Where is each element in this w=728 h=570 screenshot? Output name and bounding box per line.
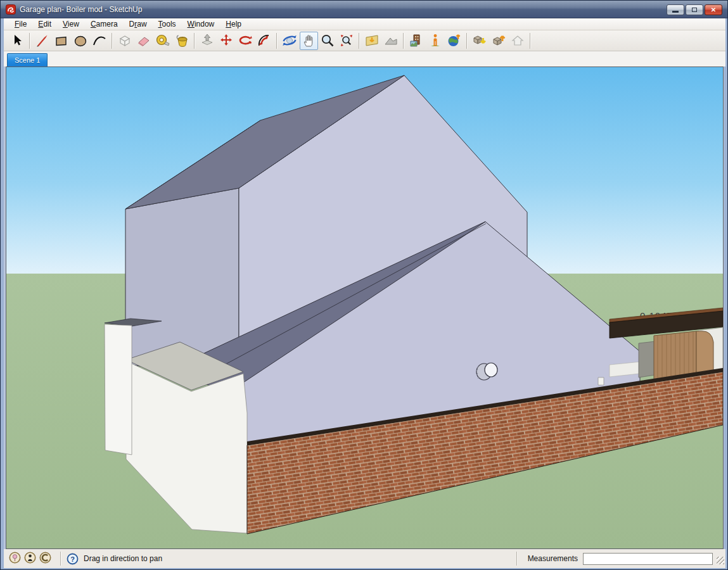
- scene-tab-row: Scene 1: [4, 51, 725, 66]
- title-bar[interactable]: Garage plan- Boiler mod - SketchUp ✕: [1, 1, 727, 18]
- select-icon: [10, 33, 25, 48]
- close-icon: ✕: [711, 6, 716, 13]
- attribution-person-button[interactable]: [24, 552, 36, 566]
- claim-credit-icon: [39, 552, 51, 564]
- tape-measure-icon: [155, 33, 170, 48]
- preview-google-earth-icon: [447, 33, 462, 48]
- svg-text:?: ?: [70, 555, 75, 562]
- orbit-icon: [282, 33, 297, 48]
- model-viewport[interactable]: 0.1047m: [6, 66, 724, 549]
- menu-file[interactable]: File: [9, 19, 32, 29]
- measurements-input[interactable]: [583, 553, 713, 565]
- offset-icon: [257, 33, 272, 48]
- eraser-tool-button[interactable]: [135, 32, 153, 50]
- menu-camera[interactable]: Camera: [85, 19, 124, 29]
- toggle-terrain-icon: [383, 33, 399, 48]
- get-models-icon: [472, 33, 487, 48]
- window-border-left: [1, 18, 4, 568]
- toolbar-separator: [112, 33, 113, 49]
- orbit-tool-button[interactable]: [281, 32, 299, 50]
- menu-draw[interactable]: Draw: [124, 19, 153, 29]
- menu-tools[interactable]: Tools: [153, 19, 182, 29]
- push-pull-icon: [200, 33, 215, 48]
- toolbar-separator: [276, 33, 278, 49]
- add-location-tool-button[interactable]: [363, 32, 381, 50]
- make-component-icon: [117, 33, 132, 48]
- scene-tab-label: Scene 1: [15, 56, 40, 64]
- help-icon: ?: [67, 553, 79, 565]
- measurements-separator: [516, 552, 518, 566]
- toolbar-separator: [403, 33, 404, 49]
- tape-measure-tool-button[interactable]: [154, 32, 172, 50]
- preview-google-earth-tool-button[interactable]: [445, 32, 464, 50]
- column-front: [105, 324, 132, 455]
- circle-icon: [73, 33, 88, 48]
- move-icon: [219, 33, 234, 48]
- attribution-person-icon: [24, 552, 36, 564]
- menu-edit[interactable]: Edit: [32, 19, 57, 29]
- pan-tool-button[interactable]: [300, 32, 318, 50]
- make-component-tool-button[interactable]: [116, 32, 134, 50]
- maximize-button[interactable]: [686, 4, 703, 15]
- walk-person-tool-button[interactable]: [426, 32, 445, 50]
- arc-icon: [92, 33, 107, 48]
- scene-tab[interactable]: Scene 1: [7, 53, 48, 66]
- zoom-extents-icon: [339, 33, 354, 48]
- share-component-tool-button[interactable]: [509, 32, 527, 50]
- photo-textures-icon: [409, 33, 424, 48]
- minimize-icon: [672, 11, 679, 13]
- measurements-label: Measurements: [528, 554, 578, 563]
- photo-textures-tool-button[interactable]: [407, 32, 426, 50]
- get-models-tool-button[interactable]: [471, 32, 489, 50]
- minimize-button[interactable]: [667, 4, 684, 15]
- toolbar-separator: [466, 33, 468, 49]
- menu-help[interactable]: Help: [220, 19, 247, 29]
- move-tool-button[interactable]: [217, 32, 236, 50]
- share-model-tool-button[interactable]: [490, 32, 508, 50]
- geolocation-pin-icon: [9, 552, 21, 564]
- zoom-tool-button[interactable]: [319, 32, 337, 50]
- toolbar-separator: [359, 33, 360, 49]
- add-location-icon: [364, 33, 380, 48]
- zoom-icon: [320, 33, 335, 48]
- status-separator: [60, 552, 61, 566]
- toolbar: [4, 30, 725, 51]
- maximize-icon: [692, 8, 697, 12]
- geolocation-pin-button[interactable]: [9, 552, 21, 566]
- menu-view[interactable]: View: [57, 19, 85, 29]
- help-button[interactable]: ?: [67, 553, 79, 565]
- sketchup-window: Garage plan- Boiler mod - SketchUp ✕ Fil…: [0, 0, 728, 570]
- rotate-tool-button[interactable]: [236, 32, 255, 50]
- pan-icon: [301, 33, 316, 48]
- toolbar-separator: [194, 33, 195, 49]
- push-pull-tool-button[interactable]: [198, 32, 217, 50]
- offset-tool-button[interactable]: [255, 32, 274, 50]
- status-message: Drag in direction to pan: [84, 554, 162, 563]
- zoom-extents-tool-button[interactable]: [338, 32, 356, 50]
- gray-panel: [639, 341, 655, 377]
- rotate-icon: [238, 33, 253, 48]
- rectangle-tool-button[interactable]: [53, 32, 71, 50]
- line-tool-button[interactable]: [34, 32, 52, 50]
- menu-window[interactable]: Window: [182, 19, 220, 29]
- toolbar-separator: [530, 33, 531, 49]
- claim-credit-button[interactable]: [39, 552, 51, 566]
- close-button[interactable]: ✕: [705, 4, 722, 15]
- status-icons: [4, 552, 56, 566]
- model-scene[interactable]: 0.1047m: [6, 67, 723, 548]
- window-title: Garage plan- Boiler mod - SketchUp: [20, 5, 142, 14]
- circle-tool-button[interactable]: [72, 32, 90, 50]
- sketchup-logo-icon: [6, 4, 16, 15]
- select-tool-button[interactable]: [8, 32, 27, 50]
- paint-bucket-icon: [174, 33, 189, 48]
- resize-grip[interactable]: [715, 552, 725, 566]
- share-model-icon: [491, 33, 506, 48]
- white-post: [598, 377, 604, 385]
- rectangle-icon: [54, 33, 69, 48]
- toggle-terrain-tool-button[interactable]: [382, 32, 400, 50]
- status-bar: ? Drag in direction to pan Measurements: [4, 549, 725, 568]
- paint-bucket-tool-button[interactable]: [173, 32, 191, 50]
- walk-person-icon: [428, 33, 443, 48]
- line-icon: [35, 33, 50, 48]
- arc-tool-button[interactable]: [91, 32, 109, 50]
